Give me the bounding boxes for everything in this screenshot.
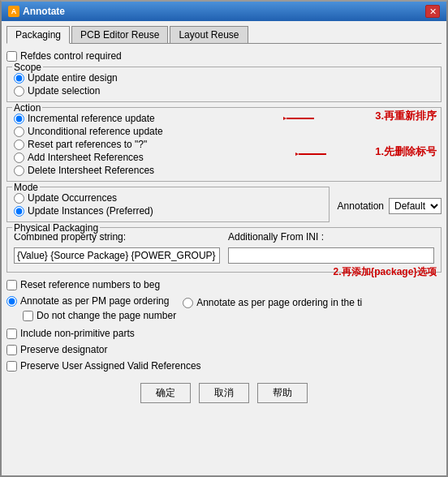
do-not-change-checkbox[interactable] <box>23 311 33 321</box>
action-unconditional-row: Unconditional reference update <box>14 126 434 137</box>
action-reset-label: Reset part references to "?" <box>28 139 147 150</box>
reset-ref-checkbox[interactable] <box>6 280 17 290</box>
annotate-pm-col: Annotate as per PM page ordering Do not … <box>6 295 176 326</box>
close-button[interactable]: ✕ <box>425 5 440 18</box>
mode-instances-label: Update Instances (Preferred) <box>28 205 153 217</box>
title-bar: A Annotate ✕ <box>2 2 446 21</box>
mode-instances-row: Update Instances (Preferred) <box>14 205 322 217</box>
action-incremental-radio[interactable] <box>14 114 24 124</box>
bottom-options: Reset reference numbers to beg Annotate … <box>6 279 442 376</box>
mode-annotation-section: Mode Update Occurrences Update Instances… <box>6 187 442 222</box>
annotation-select[interactable]: Default <box>389 198 442 214</box>
include-non-primitive-checkbox[interactable] <box>6 329 17 339</box>
preserve-user-label: Preserve User Assigned Valid References <box>20 360 201 372</box>
refdes-control-label: Refdes control required <box>20 50 122 62</box>
annotate-pm-radio-row: Annotate as per PM page ordering <box>6 295 176 307</box>
annotate-pm-row: Annotate as per PM page ordering Do not … <box>6 295 442 326</box>
phys-inputs-row <box>14 247 434 264</box>
scope-selection-row: Update selection <box>14 85 434 97</box>
action-add-intersheet-row: Add Intersheet References <box>14 152 434 163</box>
app-icon: A <box>8 6 19 17</box>
annotation-select-area: Annotation Default <box>338 187 442 214</box>
include-non-primitive-label: Include non-primitive parts <box>20 328 135 339</box>
mode-occurrences-row: Update Occurrences <box>14 192 322 204</box>
additionally-col: Additionally From INI : <box>228 231 434 244</box>
combined-input[interactable] <box>14 247 220 264</box>
dialog-buttons: 确定 取消 帮助 <box>6 383 442 403</box>
tab-layout-reuse[interactable]: Layout Reuse <box>170 26 248 43</box>
annotate-page-ordering-radio[interactable] <box>183 298 193 308</box>
reset-ref-row: Reset reference numbers to beg <box>6 279 442 290</box>
scope-group: Scope Update entire design Update select… <box>6 67 442 102</box>
physical-packaging-section: Physical Packaging Combined property str… <box>6 227 442 277</box>
additionally-input[interactable] <box>228 247 434 264</box>
scope-selection-label: Update selection <box>28 85 100 97</box>
window-title: Annotate <box>23 6 65 17</box>
preserve-user-row: Preserve User Assigned Valid References <box>6 360 442 372</box>
action-unconditional-radio[interactable] <box>14 127 24 137</box>
action-delete-intersheet-label: Delete Intersheet References <box>28 165 154 176</box>
scope-selection-radio[interactable] <box>14 86 24 97</box>
cancel-button[interactable]: 取消 <box>199 383 249 403</box>
action-delete-intersheet-radio[interactable] <box>14 165 24 176</box>
scope-entire-design-row: Update entire design <box>14 72 434 84</box>
help-button[interactable]: 帮助 <box>257 383 308 403</box>
physical-packaging-group: Physical Packaging Combined property str… <box>6 227 442 273</box>
reset-ref-label: Reset reference numbers to beg <box>20 279 160 290</box>
ok-button[interactable]: 确定 <box>140 383 191 403</box>
annotate-pm-label: Annotate as per PM page ordering <box>20 295 169 307</box>
scope-group-label: Scope <box>12 62 43 73</box>
refdes-control-checkbox[interactable] <box>6 51 17 62</box>
action-section: Action Incremental reference update Unco… <box>6 107 442 187</box>
mode-instances-radio[interactable] <box>14 206 24 217</box>
dialog-content: Packaging PCB Editor Reuse Layout Reuse … <box>2 21 446 475</box>
tab-bar: Packaging PCB Editor Reuse Layout Reuse <box>6 26 442 44</box>
additionally-label: Additionally From INI : <box>228 231 434 243</box>
combined-input-col <box>14 247 220 264</box>
tab-pcb-editor-reuse[interactable]: PCB Editor Reuse <box>71 26 168 43</box>
annotate-pm-radio[interactable] <box>6 296 17 307</box>
annotation-select-label: Annotation <box>338 200 384 212</box>
action-reset-radio[interactable] <box>14 140 24 150</box>
title-bar-left: A Annotate <box>8 6 65 17</box>
refdes-control-row: Refdes control required <box>6 50 442 62</box>
action-add-intersheet-radio[interactable] <box>14 153 24 163</box>
preserve-designator-label: Preserve designator <box>20 344 107 355</box>
mode-occurrences-radio[interactable] <box>14 193 24 204</box>
preserve-designator-row: Preserve designator <box>6 344 442 355</box>
tab-packaging[interactable]: Packaging <box>6 26 70 44</box>
action-reset-row: Reset part references to "?" <box>14 139 434 150</box>
action-group: Action Incremental reference update Unco… <box>6 107 442 182</box>
action-add-intersheet-label: Add Intersheet References <box>28 152 144 163</box>
mode-group: Mode Update Occurrences Update Instances… <box>6 187 330 222</box>
preserve-designator-checkbox[interactable] <box>6 345 17 355</box>
annotate-page-ordering-label: Annotate as per page ordering in the ti <box>196 297 362 308</box>
action-delete-intersheet-row: Delete Intersheet References <box>14 165 434 176</box>
action-incremental-label: Incremental reference update <box>28 113 155 124</box>
annotate-page-ordering-row: Annotate as per page ordering in the ti <box>183 295 442 308</box>
annotate-dialog: A Annotate ✕ Packaging PCB Editor Reuse … <box>0 0 448 477</box>
additionally-input-col <box>228 247 434 264</box>
action-group-label: Action <box>12 102 42 114</box>
action-unconditional-label: Unconditional reference update <box>28 126 163 137</box>
do-not-change-label: Do not change the page number <box>37 310 176 321</box>
physical-packaging-label: Physical Packaging <box>12 222 100 234</box>
scope-entire-design-radio[interactable] <box>14 73 24 84</box>
action-incremental-row: Incremental reference update <box>14 113 434 124</box>
mode-group-label: Mode <box>12 182 40 193</box>
mode-occurrences-label: Update Occurrences <box>28 192 117 204</box>
scope-entire-design-label: Update entire design <box>28 72 118 84</box>
include-non-primitive-row: Include non-primitive parts <box>6 328 442 339</box>
do-not-change-row: Do not change the page number <box>6 310 176 321</box>
preserve-user-checkbox[interactable] <box>6 361 17 372</box>
